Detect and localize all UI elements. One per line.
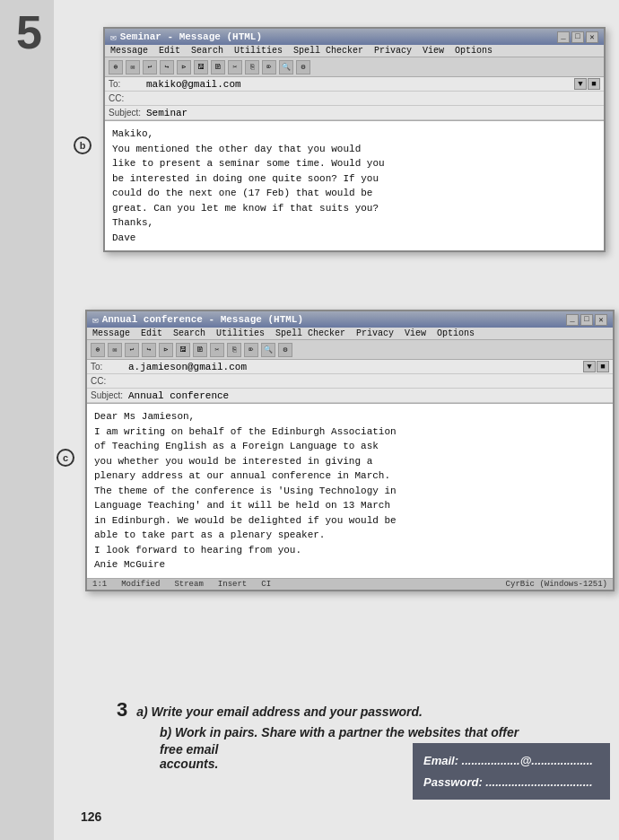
label-c: c <box>57 449 74 467</box>
menu-utilities-2[interactable]: Utilities <box>214 328 266 338</box>
toolbar2-icon-1[interactable]: ⊕ <box>91 343 105 357</box>
toolbar-icon-4[interactable]: ↪ <box>160 60 174 74</box>
cc-label-1: CC: <box>109 93 146 103</box>
to-buttons-1: ▼ ■ <box>574 78 600 90</box>
window-controls-1: _ □ ✕ <box>557 31 598 43</box>
to-label-1: To: <box>109 79 146 89</box>
menu-message-2[interactable]: Message <box>91 328 132 338</box>
task-a-text: a) Write your email address and your pas… <box>136 704 423 719</box>
subject-label-1: Subject: <box>109 108 146 118</box>
toolbar-icon-12[interactable]: ⚙ <box>296 60 310 74</box>
toolbar2-icon-12[interactable]: ⚙ <box>278 343 292 357</box>
subject-value-2: Annual conference <box>128 390 609 401</box>
to-buttons-2: ▼ ■ <box>583 361 609 372</box>
status-insert: Insert <box>218 580 247 589</box>
toolbar2-icon-10[interactable]: ⌦ <box>244 343 258 357</box>
to-row-1: To: makiko@gmail.com ▼ ■ <box>105 77 604 92</box>
password-credential-label: Password: ..............................… <box>423 772 599 792</box>
email-body-text-1: Makiko, You mentioned the other day that… <box>112 127 597 245</box>
menu-message-1[interactable]: Message <box>109 46 150 56</box>
task-b-text2: free email accounts. <box>160 742 278 771</box>
menu-options-1[interactable]: Options <box>453 46 494 56</box>
toolbar-icon-7[interactable]: 🖹 <box>211 60 225 74</box>
cc-row-2: CC: <box>87 374 613 389</box>
minimize-button-1[interactable]: _ <box>557 31 570 43</box>
email-window-1: ✉ Seminar - Message (HTML) _ □ ✕ Message… <box>103 27 606 252</box>
menu-utilities-1[interactable]: Utilities <box>232 46 284 56</box>
menu-spellchecker-1[interactable]: Spell Checker <box>292 46 365 56</box>
menu-privacy-1[interactable]: Privacy <box>372 46 414 56</box>
header-fields-2: To: a.jamieson@gmail.com ▼ ■ CC: Subject… <box>87 360 613 404</box>
close-button-2[interactable]: ✕ <box>595 314 607 326</box>
status-modified: Modified <box>121 580 160 589</box>
to-btn2-1[interactable]: ▼ <box>583 361 596 372</box>
minimize-button-2[interactable]: _ <box>566 314 579 326</box>
email-credential-label: Email: ..................@..............… <box>423 750 599 771</box>
status-encoding: CyrBic (Windows-1251) <box>506 580 607 589</box>
bottom-section: 3 a) Write your email address and your p… <box>117 698 610 800</box>
credentials-box: Email: ..................@..............… <box>413 743 610 800</box>
subject-value-1: Seminar <box>146 108 600 118</box>
email-body-text-2: Dear Ms Jamieson, I am writing on behalf… <box>94 409 606 573</box>
cc-label-2: CC: <box>91 376 128 386</box>
to-btn2-2[interactable]: ■ <box>597 361 609 372</box>
toolbar2-icon-2[interactable]: ✉ <box>108 343 122 357</box>
toolbar-icon-2[interactable]: ✉ <box>126 60 140 74</box>
window-titlebar-1: ✉ Seminar - Message (HTML) _ □ ✕ <box>105 29 604 45</box>
header-fields-1: To: makiko@gmail.com ▼ ■ CC: Subject: Se… <box>105 77 604 121</box>
status-stream: Stream <box>174 580 203 589</box>
toolbar-icon-5[interactable]: ⊳ <box>177 60 191 74</box>
to-btn-1[interactable]: ▼ <box>574 78 587 90</box>
toolbar2-icon-3[interactable]: ↩ <box>125 343 139 357</box>
menu-options-2[interactable]: Options <box>435 328 476 338</box>
toolbar-icon-8[interactable]: ✂ <box>228 60 242 74</box>
toolbar2-icon-6[interactable]: 🖫 <box>176 343 190 357</box>
toolbar2-icon-8[interactable]: ✂ <box>210 343 224 357</box>
menu-bar-1: Message Edit Search Utilities Spell Chec… <box>105 45 604 57</box>
toolbar-icon-1[interactable]: ⊕ <box>109 60 123 74</box>
to-value-1: makiko@gmail.com <box>146 79 574 90</box>
menu-bar-2: Message Edit Search Utilities Spell Chec… <box>87 328 613 340</box>
menu-view-2[interactable]: View <box>403 328 428 338</box>
to-btn-2[interactable]: ■ <box>588 78 600 90</box>
toolbar-icon-9[interactable]: ⎘ <box>245 60 259 74</box>
window-icon-1: ✉ <box>110 31 117 43</box>
status-pos: 1:1 <box>92 580 107 589</box>
to-label-2: To: <box>91 362 128 372</box>
toolbar2-icon-4[interactable]: ↪ <box>142 343 156 357</box>
maximize-button-1[interactable]: □ <box>571 31 584 43</box>
toolbar2-icon-9[interactable]: ⎘ <box>227 343 241 357</box>
menu-search-1[interactable]: Search <box>189 46 225 56</box>
menu-search-2[interactable]: Search <box>171 328 207 338</box>
cc-row-1: CC: <box>105 92 604 106</box>
menu-view-1[interactable]: View <box>421 46 446 56</box>
task-b-text: b) Work in pairs. Share with a partner t… <box>160 725 610 739</box>
maximize-button-2[interactable]: □ <box>580 314 593 326</box>
email-window-2: ✉ Annual conference - Message (HTML) _ □… <box>85 310 615 591</box>
window-title-2: Annual conference - Message (HTML) <box>102 314 303 325</box>
label-b: b <box>74 136 92 154</box>
status-ci: CI <box>261 580 271 589</box>
chapter-number: 5 <box>16 9 42 56</box>
close-button-1[interactable]: ✕ <box>586 31 598 43</box>
window-controls-2: _ □ ✕ <box>566 314 607 326</box>
to-row-2: To: a.jamieson@gmail.com ▼ ■ <box>87 360 613 374</box>
toolbar-icon-10[interactable]: ⌦ <box>262 60 276 74</box>
toolbar2-icon-11[interactable]: 🔍 <box>261 343 275 357</box>
toolbar2-icon-7[interactable]: 🖹 <box>193 343 207 357</box>
email-body-2: Dear Ms Jamieson, I am writing on behalf… <box>87 404 613 578</box>
menu-edit-1[interactable]: Edit <box>157 46 182 56</box>
toolbar-icon-6[interactable]: 🖫 <box>194 60 208 74</box>
window-title-1: Seminar - Message (HTML) <box>120 31 262 42</box>
page-number: 126 <box>81 809 101 824</box>
menu-privacy-2[interactable]: Privacy <box>354 328 396 338</box>
menu-spellchecker-2[interactable]: Spell Checker <box>274 328 347 338</box>
toolbar-icon-11[interactable]: 🔍 <box>279 60 293 74</box>
toolbar-icon-3[interactable]: ↩ <box>143 60 157 74</box>
email-body-1: Makiko, You mentioned the other day that… <box>105 121 604 250</box>
statusbar-2: 1:1 Modified Stream Insert CI CyrBic (Wi… <box>87 578 613 590</box>
toolbar2-icon-5[interactable]: ⊳ <box>159 343 173 357</box>
subject-row-1: Subject: Seminar <box>105 106 604 120</box>
to-value-2: a.jamieson@gmail.com <box>128 362 583 372</box>
menu-edit-2[interactable]: Edit <box>139 328 164 338</box>
